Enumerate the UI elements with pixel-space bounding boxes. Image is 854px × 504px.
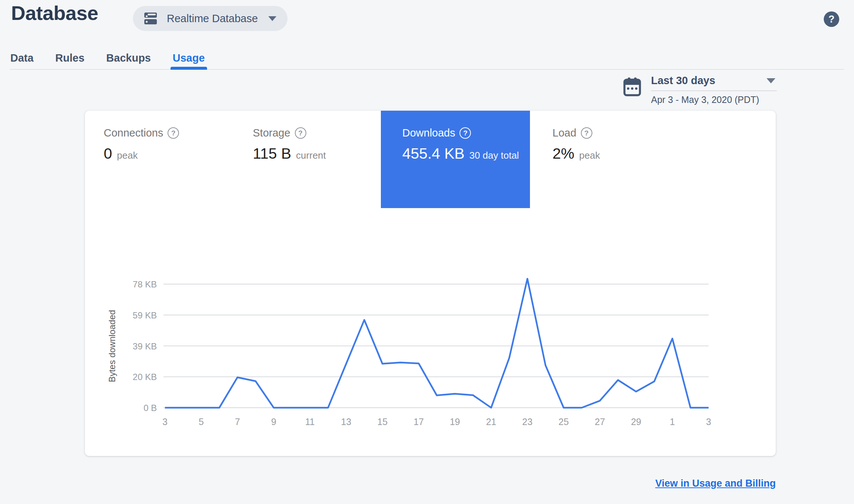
metric-value: 455.4 KB <box>402 145 465 162</box>
tab-backups[interactable]: Backups <box>106 47 151 69</box>
metric-unit: peak <box>579 150 600 161</box>
metric-unit: 30 day total <box>469 150 519 161</box>
y-axis-tick-label: 39 KB <box>133 341 157 351</box>
tab-label: Data <box>10 52 34 64</box>
x-axis-tick-label: 13 <box>341 417 351 427</box>
page-title: Database <box>11 1 98 24</box>
tab-data[interactable]: Data <box>10 47 34 69</box>
x-axis-tick-label: 3 <box>162 417 168 427</box>
usage-card: 0 B20 KB39 KB59 KB78 KB35791113151719212… <box>85 111 776 456</box>
y-axis-title: Bytes downloaded <box>107 310 117 382</box>
metric-label: Downloads <box>402 127 455 139</box>
metric-value: 115 B <box>253 145 291 162</box>
help-tooltip-icon[interactable]: ? <box>295 127 306 139</box>
tab-label: Rules <box>55 52 85 64</box>
tab-rules[interactable]: Rules <box>55 47 85 69</box>
metric-connections[interactable]: Connections ? 0 peak <box>104 127 179 162</box>
metric-storage[interactable]: Storage ? 115 B current <box>253 127 326 162</box>
date-range-label: Last 30 days <box>651 75 715 87</box>
x-axis-tick-label: 7 <box>235 417 240 427</box>
database-icon <box>142 10 159 27</box>
y-axis-tick-label: 0 B <box>144 403 157 413</box>
x-axis-tick-label: 11 <box>305 417 315 427</box>
metric-unit: current <box>296 150 326 161</box>
calendar-icon <box>623 77 641 97</box>
downloads-line-series <box>165 279 709 408</box>
database-selector-dropdown[interactable]: Realtime Database <box>133 6 287 31</box>
question-mark-icon: ? <box>829 14 835 25</box>
y-axis-tick-label: 20 KB <box>133 372 157 382</box>
date-range-selector[interactable]: Last 30 days Apr 3 - May 3, 2020 (PDT) <box>623 75 777 105</box>
help-tooltip-icon[interactable]: ? <box>581 127 592 139</box>
tab-usage[interactable]: Usage <box>173 47 205 69</box>
tab-label: Usage <box>173 52 205 64</box>
x-axis-tick-label: 19 <box>450 417 460 427</box>
metric-unit: peak <box>117 150 138 161</box>
y-axis-tick-label: 78 KB <box>133 279 157 289</box>
active-tab-underline <box>171 67 207 70</box>
tab-bar: Data Rules Backups Usage <box>10 47 844 70</box>
metric-value: 2% <box>552 145 574 162</box>
x-axis-tick-label: 17 <box>413 417 424 427</box>
x-axis-tick-label: 27 <box>595 417 605 427</box>
x-axis-tick-label: 3 <box>706 417 711 427</box>
help-button[interactable]: ? <box>824 11 839 27</box>
metric-label: Load <box>552 127 576 139</box>
view-usage-billing-link[interactable]: View in Usage and Billing <box>655 478 776 489</box>
database-selector-label: Realtime Database <box>167 13 258 25</box>
metric-load[interactable]: Load ? 2% peak <box>552 127 600 162</box>
help-tooltip-icon[interactable]: ? <box>459 127 471 139</box>
metric-value: 0 <box>104 145 112 162</box>
metric-downloads-selected[interactable]: Downloads ? 455.4 KB 30 day total <box>381 111 530 208</box>
metric-label: Storage <box>253 127 290 139</box>
date-range-sublabel: Apr 3 - May 3, 2020 (PDT) <box>651 94 777 105</box>
x-axis-tick-label: 15 <box>377 417 388 427</box>
x-axis-tick-label: 21 <box>486 417 496 427</box>
x-axis-tick-label: 29 <box>631 417 641 427</box>
x-axis-tick-label: 9 <box>271 417 276 427</box>
chevron-down-icon <box>268 16 276 21</box>
y-axis-tick-label: 59 KB <box>133 310 157 320</box>
metric-label: Connections <box>104 127 163 139</box>
help-tooltip-icon[interactable]: ? <box>168 127 179 139</box>
tab-label: Backups <box>106 52 151 64</box>
chevron-down-icon <box>767 78 775 83</box>
x-axis-tick-label: 5 <box>199 417 204 427</box>
x-axis-tick-label: 25 <box>558 417 569 427</box>
x-axis-tick-label: 23 <box>522 417 533 427</box>
x-axis-tick-label: 1 <box>670 417 675 427</box>
date-range-texts: Last 30 days Apr 3 - May 3, 2020 (PDT) <box>651 75 777 105</box>
